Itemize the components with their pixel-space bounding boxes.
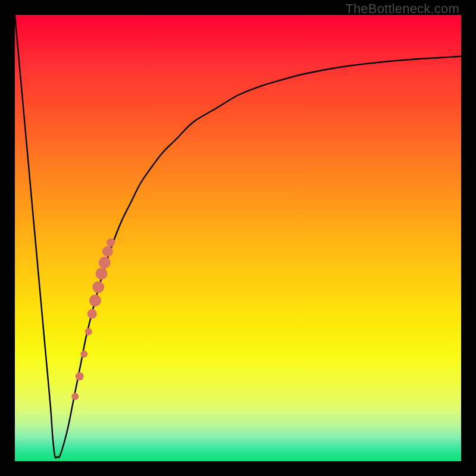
- bottleneck-curve-svg: [15, 15, 461, 461]
- marker-group: [71, 239, 115, 400]
- curve-marker: [71, 393, 79, 400]
- curve-marker: [107, 239, 115, 247]
- curve-marker: [89, 295, 101, 306]
- plot-area: [15, 15, 461, 461]
- curve-marker: [85, 328, 92, 336]
- curve-marker: [76, 372, 84, 381]
- curve-marker: [99, 256, 111, 268]
- curve-marker: [92, 281, 104, 293]
- curve-marker: [80, 350, 87, 358]
- watermark-text: TheBottleneck.com: [345, 1, 459, 17]
- curve-marker: [102, 246, 113, 257]
- bottleneck-curve-path: [15, 15, 461, 458]
- curve-marker: [96, 268, 108, 280]
- curve-marker: [87, 309, 97, 319]
- chart-frame: TheBottleneck.com: [0, 0, 476, 476]
